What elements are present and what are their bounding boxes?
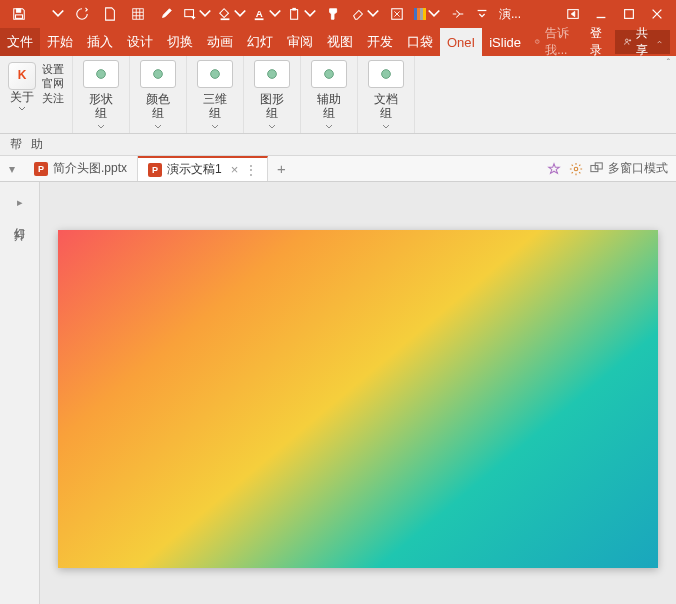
slide-panel: ▸ 幻灯片 xyxy=(0,182,40,604)
svg-rect-7 xyxy=(185,10,194,17)
font-color-dropdown[interactable]: A xyxy=(251,7,284,21)
svg-text:A: A xyxy=(256,8,263,19)
slide-canvas-area[interactable] xyxy=(40,182,676,604)
svg-rect-0 xyxy=(16,15,23,19)
fullscreen-button[interactable] xyxy=(384,2,410,26)
svg-rect-12 xyxy=(255,18,264,20)
multi-window-label: 多窗口模式 xyxy=(608,160,668,177)
new-file-button[interactable] xyxy=(97,2,123,26)
assist-group: 辅助 组 xyxy=(301,56,358,133)
file-tab-label: 简介头图.pptx xyxy=(53,160,127,177)
tab-developer[interactable]: 开发 xyxy=(360,28,400,56)
svg-point-30 xyxy=(574,167,578,171)
share-button[interactable]: 共享 xyxy=(615,30,670,54)
tab-file[interactable]: 文件 xyxy=(0,28,40,56)
login-button[interactable]: 登录 xyxy=(584,25,611,59)
tab-design[interactable]: 设计 xyxy=(120,28,160,56)
new-slide-dropdown[interactable] xyxy=(181,7,214,21)
file-tab-label: 演示文稿1 xyxy=(167,161,222,178)
tell-me-search[interactable]: 告诉我... xyxy=(528,25,580,59)
collapse-ribbon-button[interactable]: ˆ xyxy=(667,58,670,69)
website-label[interactable]: 官网 xyxy=(42,76,64,90)
workspace: ▸ 幻灯片 xyxy=(0,182,676,604)
new-tab-button[interactable]: + xyxy=(268,156,294,181)
svg-rect-2 xyxy=(133,9,144,20)
tab-animation[interactable]: 动画 xyxy=(200,28,240,56)
eraser-dropdown[interactable] xyxy=(349,7,382,21)
ribbon-tabs: 文件 开始 插入 设计 切换 动画 幻灯 审阅 视图 开发 口袋 OneI iS… xyxy=(0,28,676,56)
brush-button[interactable] xyxy=(153,2,179,26)
3d-group-button[interactable]: 三维 组 xyxy=(193,58,237,132)
svg-point-26 xyxy=(211,69,220,78)
multi-window-button[interactable]: 多窗口模式 xyxy=(590,160,668,177)
tab-onekey[interactable]: OneI xyxy=(440,28,482,56)
about-label[interactable]: 关于 xyxy=(10,90,34,106)
close-tab-button[interactable]: × xyxy=(231,162,239,177)
settings-label[interactable]: 设置 xyxy=(42,62,64,76)
save-button[interactable] xyxy=(6,2,32,26)
maximize-button[interactable] xyxy=(616,2,642,26)
svg-rect-14 xyxy=(292,8,296,11)
gear-icon[interactable] xyxy=(568,161,584,177)
shape-group-button[interactable]: 形状 组 xyxy=(79,58,123,132)
assist-group-button[interactable]: 辅助 组 xyxy=(307,58,351,132)
graphic-group-button[interactable]: 图形 组 xyxy=(250,58,294,132)
tab-review[interactable]: 审阅 xyxy=(280,28,320,56)
svg-rect-1 xyxy=(16,9,20,13)
slide-content[interactable] xyxy=(58,230,658,568)
grid-button[interactable] xyxy=(125,2,151,26)
windows-icon xyxy=(590,162,604,176)
paste-dropdown[interactable] xyxy=(286,7,319,21)
tabs-dropdown-button[interactable]: ▾ xyxy=(0,156,24,181)
svg-rect-13 xyxy=(291,10,298,20)
3d-group: 三维 组 xyxy=(187,56,244,133)
transition-icon[interactable] xyxy=(445,2,471,26)
color-swatches-icon xyxy=(414,8,426,20)
format-painter-button[interactable] xyxy=(321,2,347,26)
svg-rect-19 xyxy=(625,10,634,19)
theme-colors-dropdown[interactable] xyxy=(412,7,443,21)
redo-button[interactable] xyxy=(69,2,95,26)
chevron-down-icon xyxy=(18,106,26,112)
svg-point-24 xyxy=(97,69,106,78)
ppt-icon: P xyxy=(34,162,48,176)
ribbon-content: K 关于 设置 官网 关注 形状 组 颜色 组 三维 组 xyxy=(0,56,676,134)
file-tab-1[interactable]: P 演示文稿1 × ⋮ xyxy=(138,156,268,181)
quick-access-toolbar: A 演... xyxy=(0,0,676,28)
svg-rect-10 xyxy=(221,18,230,20)
file-tab-0[interactable]: P 简介头图.pptx xyxy=(24,156,138,181)
graphic-group: 图形 组 xyxy=(244,56,301,133)
color-group: 颜色 组 xyxy=(130,56,187,133)
svg-point-28 xyxy=(325,69,334,78)
tab-insert[interactable]: 插入 xyxy=(80,28,120,56)
panel-title: 幻灯片 xyxy=(12,219,27,222)
minimize-button[interactable] xyxy=(588,2,614,26)
tab-pocket[interactable]: 口袋 xyxy=(400,28,440,56)
tab-menu-button[interactable]: ⋮ xyxy=(245,163,257,177)
svg-point-27 xyxy=(268,69,277,78)
tab-islide[interactable]: iSlide xyxy=(482,28,528,56)
shape-group: 形状 组 xyxy=(73,56,130,133)
expand-panel-button[interactable]: ▸ xyxy=(17,196,23,209)
tab-slideshow[interactable]: 幻灯 xyxy=(240,28,280,56)
tab-transition[interactable]: 切换 xyxy=(160,28,200,56)
undo-button[interactable] xyxy=(34,7,67,21)
svg-point-25 xyxy=(154,69,163,78)
doc-group: 文档 组 xyxy=(358,56,415,133)
ribbon-options-button[interactable] xyxy=(560,2,586,26)
doc-group-button[interactable]: 文档 组 xyxy=(364,58,408,132)
tab-home[interactable]: 开始 xyxy=(40,28,80,56)
addon-logo-icon: K xyxy=(8,62,36,90)
help-row[interactable]: 帮 助 xyxy=(0,134,676,156)
color-group-button[interactable]: 颜色 组 xyxy=(136,58,180,132)
follow-label[interactable]: 关注 xyxy=(42,91,64,105)
tab-view[interactable]: 视图 xyxy=(320,28,360,56)
close-button[interactable] xyxy=(644,2,670,26)
star-icon[interactable] xyxy=(546,161,562,177)
fill-color-dropdown[interactable] xyxy=(216,7,249,21)
svg-point-21 xyxy=(625,39,628,42)
customize-qat-dropdown[interactable] xyxy=(473,7,491,21)
about-group: K 关于 设置 官网 关注 xyxy=(0,56,73,133)
window-title: 演... xyxy=(493,6,527,23)
svg-point-29 xyxy=(382,69,391,78)
